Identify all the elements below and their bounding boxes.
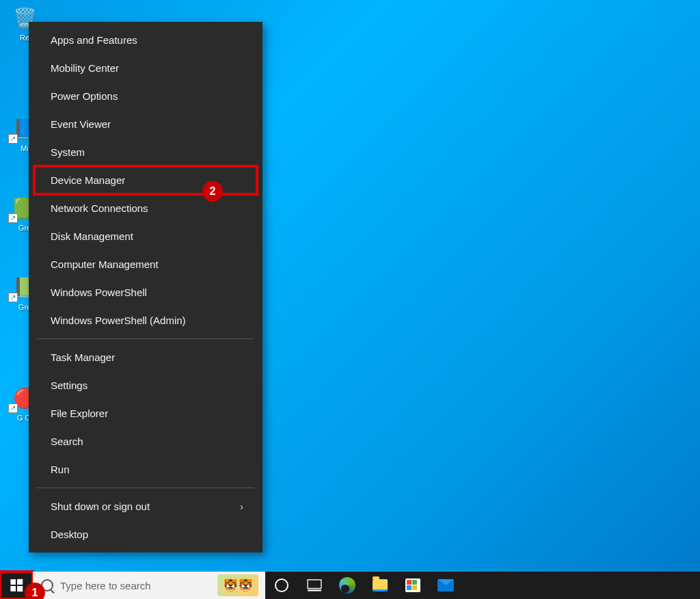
winx-item-label: Windows PowerShell xyxy=(51,287,147,298)
winx-item-file-explorer[interactable]: File Explorer xyxy=(29,399,262,427)
taskbar-store[interactable] xyxy=(396,572,429,599)
winx-item-task-manager[interactable]: Task Manager xyxy=(29,343,262,371)
winx-item-desktop[interactable]: Desktop xyxy=(29,520,262,548)
winx-item-network-connections[interactable]: Network Connections xyxy=(29,194,262,222)
winx-item-label: Search xyxy=(51,436,83,447)
cortana-button[interactable] xyxy=(265,572,298,599)
winx-item-label: Apps and Features xyxy=(51,34,137,46)
svg-rect-0 xyxy=(308,580,321,589)
taskbar-edge[interactable] xyxy=(331,572,364,599)
search-placeholder-text: Type here to search xyxy=(60,580,151,591)
power-user-menu: Apps and FeaturesMobility CenterPower Op… xyxy=(29,22,262,553)
taskbar-search-box[interactable]: Type here to search 🐯🐯 xyxy=(33,572,265,599)
winx-item-label: Settings xyxy=(51,380,88,391)
task-view-button[interactable] xyxy=(298,572,331,599)
winx-item-label: Network Connections xyxy=(51,202,148,214)
winx-item-system[interactable]: System xyxy=(29,138,262,166)
shortcut-arrow-icon: ↗ xyxy=(8,403,18,413)
winx-item-windows-powershell[interactable]: Windows PowerShell xyxy=(29,278,262,306)
search-highlights-image: 🐯🐯 xyxy=(217,574,258,596)
winx-item-label: Desktop xyxy=(51,529,88,540)
winx-item-run[interactable]: Run xyxy=(29,455,262,483)
svg-rect-1 xyxy=(308,589,321,591)
chevron-right-icon: › xyxy=(240,501,243,512)
desktop[interactable]: 🗑️ Re 📘 ↗ Mi 🟩 ↗ Gre 📗 ↗ Gre 🔴 ↗ G Cl Ap… xyxy=(0,0,700,572)
winx-item-label: Task Manager xyxy=(51,351,115,363)
winx-item-label: File Explorer xyxy=(51,408,108,419)
taskbar-mail[interactable] xyxy=(429,572,462,599)
cortana-icon xyxy=(275,578,288,592)
winx-item-mobility-center[interactable]: Mobility Center xyxy=(29,54,262,82)
winx-item-shut-down-or-sign-out[interactable]: Shut down or sign out› xyxy=(29,492,262,520)
winx-item-label: Run xyxy=(51,464,70,475)
winx-item-settings[interactable]: Settings xyxy=(29,371,262,399)
winx-item-label: Event Viewer xyxy=(51,118,111,130)
desktop-icon-label: Re xyxy=(20,34,29,42)
mail-icon xyxy=(438,579,454,591)
winx-item-device-manager[interactable]: Device Manager xyxy=(34,166,257,194)
edge-icon xyxy=(339,577,355,594)
winx-item-search[interactable]: Search xyxy=(29,427,262,455)
winx-item-label: Device Manager xyxy=(51,174,125,186)
shortcut-arrow-icon: ↗ xyxy=(8,293,18,302)
winx-item-windows-powershell-admin-[interactable]: Windows PowerShell (Admin) xyxy=(29,306,262,334)
winx-item-label: Mobility Center xyxy=(51,62,119,74)
taskbar-file-explorer[interactable] xyxy=(364,572,396,599)
menu-separator xyxy=(37,338,254,339)
shortcut-arrow-icon: ↗ xyxy=(8,134,18,144)
winx-item-label: Disk Management xyxy=(51,230,133,242)
taskbar: Type here to search 🐯🐯 xyxy=(0,572,700,599)
winx-item-label: System xyxy=(51,146,85,158)
store-icon xyxy=(405,578,420,592)
shortcut-arrow-icon: ↗ xyxy=(8,213,18,223)
winx-item-label: Power Options xyxy=(51,90,118,102)
task-view-icon xyxy=(307,579,322,591)
annotation-badge-1: 1 xyxy=(25,583,45,599)
menu-separator xyxy=(37,488,254,488)
winx-item-power-options[interactable]: Power Options xyxy=(29,82,262,110)
winx-item-apps-and-features[interactable]: Apps and Features xyxy=(29,26,262,54)
winx-item-label: Windows PowerShell (Admin) xyxy=(51,315,186,326)
desktop-icon-label: Mi xyxy=(21,144,29,153)
winx-item-disk-management[interactable]: Disk Management xyxy=(29,222,262,250)
windows-logo-icon xyxy=(10,579,23,592)
winx-item-event-viewer[interactable]: Event Viewer xyxy=(29,110,262,138)
file-explorer-icon xyxy=(373,579,388,591)
winx-item-computer-management[interactable]: Computer Management xyxy=(29,250,262,278)
winx-item-label: Shut down or sign out xyxy=(51,501,150,512)
annotation-badge-2: 2 xyxy=(202,181,223,202)
winx-item-label: Computer Management xyxy=(51,258,159,270)
